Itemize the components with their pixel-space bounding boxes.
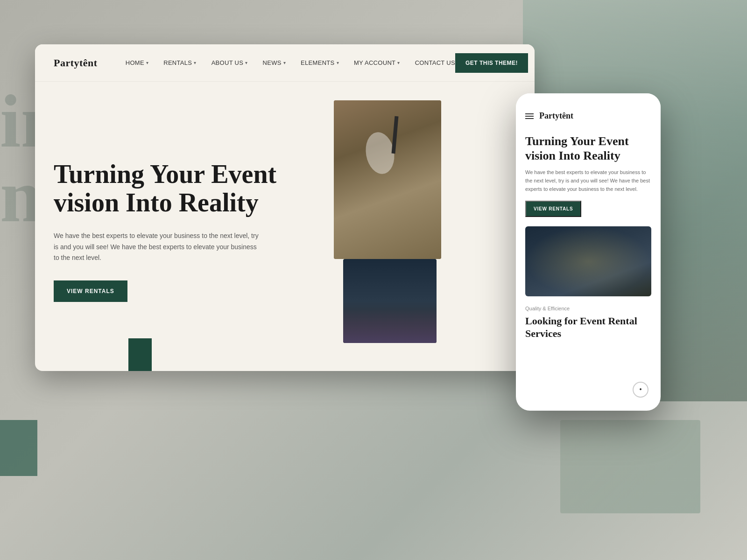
mobile-hero-title: Turning Your Event vision Into Reality — [525, 134, 651, 163]
hero-subtitle: We have the best experts to elevate your… — [54, 231, 259, 264]
get-theme-button[interactable]: GET THIS THEME! — [455, 53, 528, 73]
nav-item-about[interactable]: ABOUT US ▾ — [211, 59, 248, 66]
chevron-down-icon: ▾ — [397, 60, 400, 65]
mobile-navbar: Partytênt — [516, 107, 661, 126]
view-rentals-button[interactable]: VIEW RENTALS — [54, 280, 127, 302]
mobile-mockup: Partytênt Turning Your Event vision Into… — [516, 93, 661, 411]
mobile-content: Turning Your Event vision Into Reality W… — [516, 126, 661, 347]
nav-items-container: HOME ▾ RENTALS ▾ ABOUT US ▾ NEWS ▾ ELEME… — [126, 59, 455, 66]
mobile-dot-button[interactable] — [633, 382, 648, 398]
table-setting-image — [334, 100, 441, 259]
mobile-section-title: Looking for Event Rental Services — [525, 315, 651, 340]
bg-bottom-element — [560, 420, 700, 513]
mobile-tent-inner — [525, 226, 651, 296]
mockup-accent-bar — [128, 338, 152, 371]
mobile-status-bar — [516, 93, 661, 107]
mobile-hero-subtitle: We have the best experts to elevate your… — [525, 168, 651, 193]
nav-item-rentals[interactable]: RENTALS ▾ — [163, 59, 196, 66]
desktop-navbar: Partytênt HOME ▾ RENTALS ▾ ABOUT US ▾ NE… — [35, 44, 535, 82]
bg-dark-accent — [0, 420, 37, 476]
chevron-down-icon: ▾ — [337, 60, 339, 65]
chevron-down-icon: ▾ — [245, 60, 247, 65]
hamburger-menu-icon[interactable] — [525, 113, 534, 119]
nav-item-home[interactable]: HOME ▾ — [126, 59, 149, 66]
chevron-down-icon: ▾ — [194, 60, 196, 65]
hero-secondary-image — [343, 259, 437, 343]
hero-images — [334, 110, 516, 352]
nav-item-elements[interactable]: ELEMENTS ▾ — [301, 59, 339, 66]
mobile-logo: Partytênt — [539, 111, 573, 121]
tent-event-image — [343, 259, 437, 343]
mobile-view-rentals-button[interactable]: VIEW RENTALS — [525, 201, 581, 217]
chevron-down-icon: ▾ — [283, 60, 286, 65]
hero-title: Turning Your Event vision Into Reality — [54, 160, 306, 217]
mobile-section-label: Quality & Efficience — [525, 306, 651, 311]
hero-section: Turning Your Event vision Into Reality W… — [35, 82, 535, 371]
chevron-down-icon: ▾ — [146, 60, 148, 65]
hero-main-image — [334, 100, 441, 259]
desktop-logo: Partytênt — [54, 57, 98, 69]
nav-item-news[interactable]: NEWS ▾ — [263, 59, 286, 66]
hero-left: Turning Your Event vision Into Reality W… — [54, 110, 315, 352]
desktop-mockup: Partytênt HOME ▾ RENTALS ▾ ABOUT US ▾ NE… — [35, 44, 535, 371]
nav-item-contact[interactable]: CONTACT US — [415, 59, 455, 66]
nav-item-myaccount[interactable]: MY ACCOUNT ▾ — [354, 59, 400, 66]
mobile-tent-image — [525, 226, 651, 296]
